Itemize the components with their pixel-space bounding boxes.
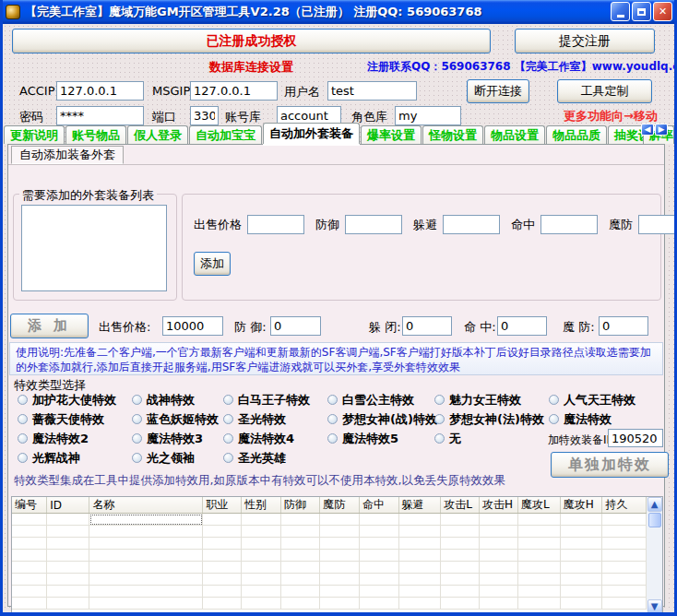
table-cell[interactable] [602, 586, 647, 598]
effect-option[interactable]: 人气天王特效 [549, 390, 663, 409]
vertical-scrollbar[interactable]: ▲ ▼ [647, 497, 662, 614]
effect-option[interactable]: 魅力女王特效 [434, 390, 549, 409]
table-cell[interactable] [89, 538, 203, 550]
table-cell[interactable] [280, 526, 320, 538]
table-cell[interactable] [47, 562, 89, 574]
table-cell[interactable] [89, 550, 203, 562]
effect-option[interactable]: 加护花大使特效 [18, 390, 132, 409]
table-cell[interactable] [280, 514, 320, 526]
effect-option[interactable]: 梦想女神(战)特效 [327, 409, 434, 429]
mdef2-input[interactable] [599, 316, 648, 336]
table-cell[interactable] [12, 574, 47, 586]
msgip-input[interactable] [190, 81, 278, 101]
table-row[interactable] [12, 598, 647, 610]
table-cell[interactable] [398, 562, 441, 574]
defense-input[interactable] [345, 215, 402, 234]
hit2-input[interactable] [497, 316, 547, 336]
tab-1[interactable]: 更新说明 [4, 125, 65, 144]
dodge-input[interactable] [443, 215, 500, 234]
table-cell[interactable] [359, 514, 398, 526]
effect-option[interactable]: 圣光特效 [223, 409, 327, 429]
table-cell[interactable] [441, 550, 480, 562]
price2-input[interactable] [162, 316, 223, 336]
table-cell[interactable] [441, 562, 480, 574]
table-cell[interactable] [398, 514, 441, 526]
effect-option[interactable]: 梦想女神(法)特效 [434, 409, 549, 429]
table-cell[interactable] [602, 538, 647, 550]
tab-6[interactable]: 爆率设置 [361, 125, 422, 144]
table-cell[interactable] [517, 550, 560, 562]
table-row[interactable] [12, 562, 647, 574]
table-cell[interactable] [280, 574, 320, 586]
scroll-down-icon[interactable]: ▼ [647, 599, 662, 614]
table-cell[interactable] [89, 598, 203, 610]
table-cell[interactable] [242, 550, 281, 562]
table-cell[interactable] [441, 574, 480, 586]
effect-option[interactable]: 战神特效 [132, 390, 223, 409]
tab-5[interactable]: 自动加外套装备 [263, 123, 360, 144]
username-input[interactable] [327, 81, 417, 101]
column-header[interactable]: 攻击H [480, 497, 518, 514]
table-cell[interactable] [359, 574, 398, 586]
table-cell[interactable] [398, 598, 441, 610]
table-cell[interactable] [480, 538, 518, 550]
table-cell[interactable] [560, 586, 602, 598]
table-cell[interactable] [12, 538, 47, 550]
table-cell[interactable] [517, 586, 560, 598]
effect-equip-id-input[interactable] [608, 429, 663, 447]
table-row[interactable] [12, 526, 647, 538]
table-cell[interactable] [560, 514, 602, 526]
column-header[interactable]: 防御 [280, 497, 320, 514]
table-cell[interactable] [398, 586, 441, 598]
table-cell[interactable] [203, 598, 242, 610]
disconnect-button[interactable]: 断开连接 [467, 79, 529, 103]
table-cell[interactable] [517, 598, 560, 610]
table-cell[interactable] [320, 526, 360, 538]
effect-option[interactable]: 无 [434, 429, 549, 448]
tab-scroll-left-button[interactable]: ◀ [641, 124, 654, 136]
table-cell[interactable] [203, 550, 242, 562]
table-cell[interactable] [89, 562, 203, 574]
table-cell[interactable] [602, 562, 647, 574]
table-cell[interactable] [441, 514, 480, 526]
table-cell[interactable] [560, 562, 602, 574]
table-cell[interactable] [203, 562, 242, 574]
vscroll-thumb[interactable] [648, 513, 661, 527]
tab-7[interactable]: 怪物设置 [422, 125, 483, 144]
effect-option[interactable]: 圣光英雄 [223, 448, 327, 468]
column-header[interactable]: 名称 [89, 497, 203, 514]
submit-register-button[interactable]: 提交注册 [515, 29, 655, 53]
table-cell[interactable] [320, 538, 360, 550]
table-cell[interactable] [242, 586, 281, 598]
table-cell[interactable] [242, 562, 281, 574]
table-cell[interactable] [47, 538, 89, 550]
tab-8[interactable]: 物品设置 [484, 125, 545, 144]
table-cell[interactable] [12, 598, 47, 610]
table-cell[interactable] [359, 526, 398, 538]
effect-option[interactable]: 魔法特效5 [327, 429, 434, 448]
table-cell[interactable] [398, 538, 441, 550]
scroll-up-icon[interactable]: ▲ [647, 497, 662, 512]
table-cell[interactable] [12, 550, 47, 562]
items-grid-table[interactable]: 编号ID名称职业性别防御魔防命中躲避攻击L攻击H魔攻L魔攻H持久 [12, 497, 647, 610]
table-cell[interactable] [242, 538, 281, 550]
table-row[interactable] [12, 550, 647, 562]
single-add-effect-button[interactable]: 单独加特效 [551, 452, 669, 478]
table-cell[interactable] [517, 538, 560, 550]
table-cell[interactable] [560, 574, 602, 586]
effect-option[interactable]: 魔法特效 [549, 409, 663, 429]
column-header[interactable]: 编号 [12, 497, 47, 514]
effect-option[interactable]: 白雪公主特效 [327, 390, 434, 409]
price-input[interactable] [247, 215, 304, 234]
effect-option[interactable]: 魔法特效2 [18, 429, 132, 448]
table-cell[interactable] [560, 550, 602, 562]
table-cell[interactable] [12, 526, 47, 538]
table-cell[interactable] [47, 586, 89, 598]
table-cell[interactable] [359, 550, 398, 562]
effect-option[interactable]: 光辉战神 [18, 448, 132, 468]
table-cell[interactable] [480, 598, 518, 610]
table-cell[interactable] [398, 574, 441, 586]
table-cell[interactable] [47, 526, 89, 538]
tab-4[interactable]: 自动加宝宝 [189, 125, 262, 144]
table-cell[interactable] [359, 562, 398, 574]
